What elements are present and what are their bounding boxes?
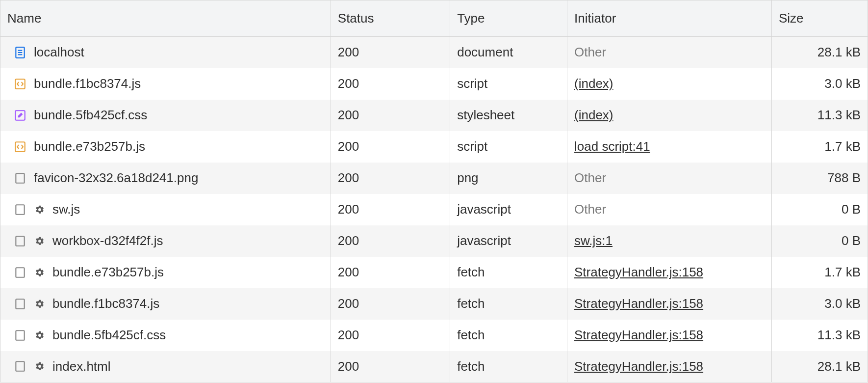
cell-name[interactable]: bundle.e73b257b.js <box>0 257 331 288</box>
cell-status: 200 <box>331 351 450 383</box>
transfer-size: 788 B <box>827 170 861 185</box>
resource-type: fetch <box>457 328 485 342</box>
table-row[interactable]: bundle.e73b257b.js200scriptload script:4… <box>0 131 868 163</box>
cell-size: 788 B <box>771 163 868 194</box>
cell-size: 11.3 kB <box>771 100 868 131</box>
table-row[interactable]: localhost200documentOther28.1 kB <box>0 37 868 68</box>
cell-size: 1.7 kB <box>771 131 868 163</box>
resource-type: fetch <box>457 359 485 374</box>
svg-rect-10 <box>16 268 24 277</box>
column-header-type[interactable]: Type <box>450 0 567 37</box>
cell-initiator[interactable]: StrategyHandler.js:158 <box>567 351 772 383</box>
transfer-size: 1.7 kB <box>824 265 861 279</box>
cell-name[interactable]: bundle.f1bc8374.js <box>0 288 331 320</box>
cell-initiator[interactable]: load script:41 <box>567 131 772 163</box>
blank-file-icon <box>13 266 27 279</box>
cell-name[interactable]: sw.js <box>0 194 331 225</box>
svg-rect-9 <box>16 236 24 246</box>
status-code: 200 <box>338 139 359 154</box>
table-row[interactable]: bundle.f1bc8374.js200fetchStrategyHandle… <box>0 288 868 320</box>
cell-type: javascript <box>450 194 567 225</box>
status-code: 200 <box>338 265 359 279</box>
document-file-icon <box>13 46 27 59</box>
blank-file-icon <box>13 328 27 342</box>
resource-type: script <box>457 139 487 154</box>
cell-name[interactable]: bundle.e73b257b.js <box>0 131 331 163</box>
cell-type: fetch <box>450 257 567 288</box>
svg-rect-7 <box>16 173 24 183</box>
table-row[interactable]: bundle.e73b257b.js200fetchStrategyHandle… <box>0 257 868 288</box>
cell-name[interactable]: index.html <box>0 351 331 383</box>
cell-initiator[interactable]: StrategyHandler.js:158 <box>567 257 772 288</box>
request-name: bundle.e73b257b.js <box>52 265 164 280</box>
initiator-link[interactable]: (index) <box>574 76 613 91</box>
request-name: index.html <box>52 359 111 374</box>
cell-name[interactable]: localhost <box>0 37 331 68</box>
svg-rect-13 <box>16 362 24 372</box>
blank-file-icon <box>13 234 27 248</box>
table-row[interactable]: bundle.5fb425cf.css200stylesheet(index)1… <box>0 100 868 131</box>
initiator-link[interactable]: StrategyHandler.js:158 <box>574 265 703 279</box>
cell-initiator[interactable]: sw.js:1 <box>567 225 772 257</box>
svg-rect-11 <box>16 299 24 309</box>
table-row[interactable]: bundle.5fb425cf.css200fetchStrategyHandl… <box>0 320 868 351</box>
request-name: bundle.f1bc8374.js <box>34 76 141 91</box>
cell-name[interactable]: favicon-32x32.6a18d241.png <box>0 163 331 194</box>
initiator-link[interactable]: StrategyHandler.js:158 <box>574 359 703 374</box>
cell-size: 28.1 kB <box>771 351 868 383</box>
cell-name[interactable]: bundle.5fb425cf.css <box>0 100 331 131</box>
cell-size: 11.3 kB <box>771 320 868 351</box>
status-code: 200 <box>338 328 359 342</box>
cell-initiator[interactable]: StrategyHandler.js:158 <box>567 320 772 351</box>
cell-type: fetch <box>450 351 567 383</box>
initiator-text: Other <box>574 170 606 185</box>
cell-name[interactable]: bundle.5fb425cf.css <box>0 320 331 351</box>
gear-icon <box>34 205 46 215</box>
svg-rect-12 <box>16 330 24 340</box>
cell-initiator[interactable]: (index) <box>567 68 772 100</box>
initiator-link[interactable]: StrategyHandler.js:158 <box>574 328 703 342</box>
request-name: workbox-d32f4f2f.js <box>52 233 163 248</box>
svg-rect-8 <box>16 205 24 215</box>
initiator-link[interactable]: load script:41 <box>574 139 650 154</box>
table-row[interactable]: bundle.f1bc8374.js200script(index)3.0 kB <box>0 68 868 100</box>
resource-type: fetch <box>457 265 485 279</box>
transfer-size: 0 B <box>842 233 861 248</box>
cell-initiator[interactable]: StrategyHandler.js:158 <box>567 288 772 320</box>
transfer-size: 11.3 kB <box>817 108 861 122</box>
table-row[interactable]: index.html200fetchStrategyHandler.js:158… <box>0 351 868 383</box>
cell-status: 200 <box>331 288 450 320</box>
status-code: 200 <box>338 108 359 122</box>
table-row[interactable]: favicon-32x32.6a18d241.png200pngOther788… <box>0 163 868 194</box>
column-header-size[interactable]: Size <box>771 0 868 37</box>
transfer-size: 28.1 kB <box>817 45 861 59</box>
table-row[interactable]: workbox-d32f4f2f.js200javascriptsw.js:10… <box>0 225 868 257</box>
column-header-status[interactable]: Status <box>331 0 450 37</box>
cell-type: png <box>450 163 567 194</box>
initiator-text: Other <box>574 45 606 59</box>
resource-type: document <box>457 45 513 59</box>
table-header-row: Name Status Type Initiator Size <box>0 0 868 37</box>
network-requests-table: Name Status Type Initiator Size localhos… <box>0 0 868 383</box>
script-file-icon <box>13 140 27 154</box>
cell-type: script <box>450 131 567 163</box>
request-name: bundle.5fb425cf.css <box>52 328 166 343</box>
table-row[interactable]: sw.js200javascriptOther0 B <box>0 194 868 225</box>
cell-size: 0 B <box>771 194 868 225</box>
column-header-name[interactable]: Name <box>0 0 331 37</box>
status-code: 200 <box>338 296 359 311</box>
cell-status: 200 <box>331 320 450 351</box>
cell-name[interactable]: bundle.f1bc8374.js <box>0 68 331 100</box>
initiator-link[interactable]: sw.js:1 <box>574 233 613 248</box>
initiator-link[interactable]: (index) <box>574 108 613 122</box>
initiator-link[interactable]: StrategyHandler.js:158 <box>574 296 703 311</box>
cell-status: 200 <box>331 163 450 194</box>
cell-name[interactable]: workbox-d32f4f2f.js <box>0 225 331 257</box>
request-name: bundle.e73b257b.js <box>34 139 145 154</box>
cell-initiator[interactable]: (index) <box>567 100 772 131</box>
transfer-size: 3.0 kB <box>824 76 861 91</box>
status-code: 200 <box>338 233 359 248</box>
cell-status: 200 <box>331 68 450 100</box>
gear-icon <box>34 361 46 371</box>
column-header-initiator[interactable]: Initiator <box>567 0 772 37</box>
